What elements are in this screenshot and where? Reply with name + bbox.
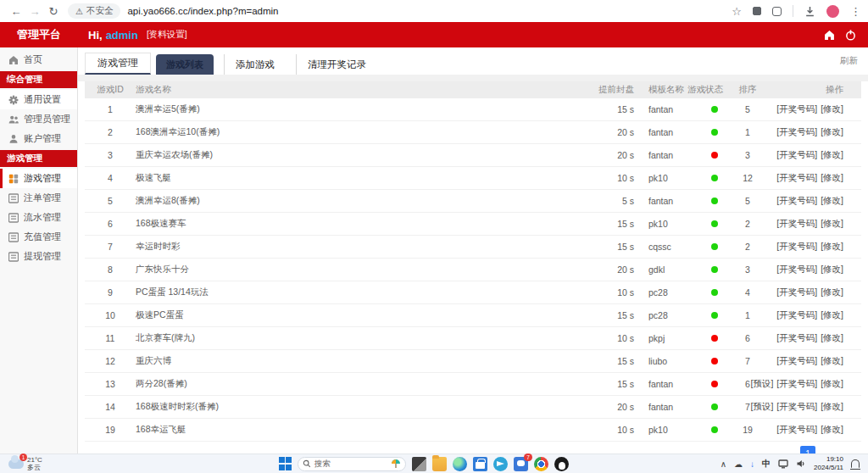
status-dot[interactable] (711, 358, 718, 364)
action-link[interactable]: [开奖号码] (776, 172, 817, 184)
tray-download-icon[interactable]: ↓ (750, 459, 754, 469)
profile-settings-link[interactable]: [资料设置] (147, 29, 187, 41)
action-link[interactable]: [开奖号码] (776, 218, 817, 230)
forward-icon[interactable]: → (25, 5, 44, 18)
action-link[interactable]: [修改] (821, 149, 843, 161)
action-link[interactable]: [开奖号码] (776, 378, 817, 390)
game-id: 7 (85, 242, 136, 252)
profile-avatar[interactable] (826, 5, 839, 18)
taskbar-clock[interactable]: 19:10 2024/5/11 (814, 455, 843, 471)
action-link[interactable]: [修改] (821, 264, 843, 275)
sidebar-item-general-settings[interactable]: 通用设置 (0, 90, 77, 109)
logout-power-icon[interactable] (845, 30, 856, 41)
taskbar-search[interactable]: 搜索 (298, 457, 406, 471)
action-link[interactable]: [修改] (821, 126, 843, 138)
status-dot[interactable] (711, 289, 718, 296)
sidebar-item-bet-management[interactable]: 注单管理 (0, 188, 77, 208)
action-link[interactable]: [修改] (821, 241, 843, 253)
display-icon[interactable] (778, 459, 788, 469)
chrome-icon[interactable] (534, 457, 548, 471)
action-link[interactable]: [开奖号码] (776, 241, 817, 253)
sidebar-item-withdraw-management[interactable]: 提现管理 (0, 247, 77, 266)
tray-chevron-icon[interactable]: ∧ (721, 459, 726, 469)
status-dot[interactable] (711, 220, 718, 227)
side-panel-icon[interactable] (753, 7, 761, 15)
action-link[interactable]: [修改] (821, 287, 843, 298)
action-link[interactable]: [修改] (821, 172, 843, 184)
action-link[interactable]: [修改] (821, 355, 843, 367)
action-link[interactable]: [开奖号码] (776, 401, 817, 413)
action-link[interactable]: [修改] (821, 332, 843, 344)
pagination-current-page[interactable]: 1 (800, 446, 815, 454)
status-dot[interactable] (711, 129, 718, 136)
status-dot[interactable] (711, 175, 718, 181)
status-dot[interactable] (711, 381, 718, 387)
action-link[interactable]: [修改] (821, 401, 843, 413)
bookmark-star-icon[interactable]: ☆ (732, 5, 742, 18)
status-dot[interactable] (711, 266, 718, 273)
action-link[interactable]: [预设] (750, 378, 773, 390)
task-view-icon[interactable] (412, 457, 426, 471)
status-dot[interactable] (711, 426, 718, 433)
sidebar-item-flow-management[interactable]: 流水管理 (0, 208, 77, 227)
tab-game-management[interactable]: 游戏管理 (85, 53, 151, 75)
sidebar-item-admin-management[interactable]: 管理员管理 (0, 109, 77, 129)
tab-groups-icon[interactable] (772, 7, 782, 16)
home-icon[interactable] (824, 30, 835, 41)
sidebar-item-home[interactable]: 首页 (0, 50, 77, 70)
status-dot[interactable] (711, 106, 718, 113)
menu-kebab-icon[interactable]: ⋮ (850, 5, 861, 18)
microsoft-store-icon[interactable] (473, 457, 487, 471)
action-link[interactable]: [修改] (821, 309, 843, 321)
action-link[interactable]: [开奖号码] (776, 424, 817, 436)
tab-game-list[interactable]: 游戏列表 (156, 54, 214, 75)
action-link[interactable]: [开奖号码] (776, 149, 817, 161)
sidebar-item-game-management[interactable]: 游戏管理 (0, 169, 77, 188)
security-chip[interactable]: ⚠ 不安全 (68, 3, 120, 19)
status-dot[interactable] (711, 198, 718, 204)
status-cell (700, 175, 729, 181)
action-link[interactable]: [修改] (821, 218, 843, 230)
status-dot[interactable] (711, 243, 718, 250)
tab-clean-records[interactable]: 清理开奖记录 (296, 54, 377, 75)
tab-add-game[interactable]: 添加游戏 (224, 54, 286, 75)
download-icon[interactable] (804, 6, 815, 17)
status-dot[interactable] (711, 312, 718, 319)
file-explorer-icon[interactable] (432, 457, 447, 471)
status-dot[interactable] (711, 403, 718, 410)
action-link[interactable]: [开奖号码] (776, 355, 817, 367)
action-link[interactable]: [开奖号码] (776, 332, 817, 344)
action-link[interactable]: [开奖号码] (776, 309, 817, 321)
weather-widget[interactable]: 1 21°C 多云 (0, 456, 127, 471)
address-bar[interactable]: ⚠ 不安全 api.yao666.cc/index.php?m=admin (68, 3, 732, 19)
sidebar-item-recharge-management[interactable]: 充值管理 (0, 227, 77, 247)
action-link[interactable]: [开奖号码] (776, 195, 817, 207)
action-link[interactable]: [预设] (750, 401, 773, 413)
volume-icon[interactable] (796, 459, 806, 469)
notifications-bell-icon[interactable] (851, 459, 860, 468)
status-dot[interactable] (711, 335, 718, 342)
action-link[interactable]: [修改] (821, 424, 843, 436)
action-link[interactable]: [修改] (821, 378, 843, 390)
action-link[interactable]: [开奖号码] (776, 103, 817, 115)
start-button[interactable] (279, 457, 292, 470)
telegram-icon[interactable] (493, 457, 508, 471)
action-link[interactable]: [开奖号码] (776, 287, 817, 298)
url-text[interactable]: api.yao666.cc/index.php?m=admin (127, 6, 278, 16)
qq-icon[interactable] (554, 457, 569, 471)
sidebar-item-account-management[interactable]: 账户管理 (0, 129, 77, 148)
back-icon[interactable]: ← (7, 5, 25, 18)
chat-app-icon[interactable]: 7 (514, 457, 528, 471)
action-link[interactable]: [修改] (821, 195, 843, 207)
action-link[interactable]: [开奖号码] (776, 126, 817, 138)
action-link[interactable]: [修改] (821, 103, 843, 115)
ime-indicator[interactable]: 中 (762, 458, 771, 470)
action-link[interactable]: [开奖号码] (776, 264, 817, 275)
status-dot[interactable] (711, 152, 718, 159)
reload-icon[interactable]: ↻ (44, 5, 63, 18)
col-game-id: 游戏ID (85, 84, 136, 96)
tray-app-icon[interactable]: ☁ (734, 459, 743, 469)
divider-band (78, 75, 868, 81)
refresh-link[interactable]: 刷新 (840, 55, 858, 67)
edge-browser-icon[interactable] (453, 457, 467, 471)
